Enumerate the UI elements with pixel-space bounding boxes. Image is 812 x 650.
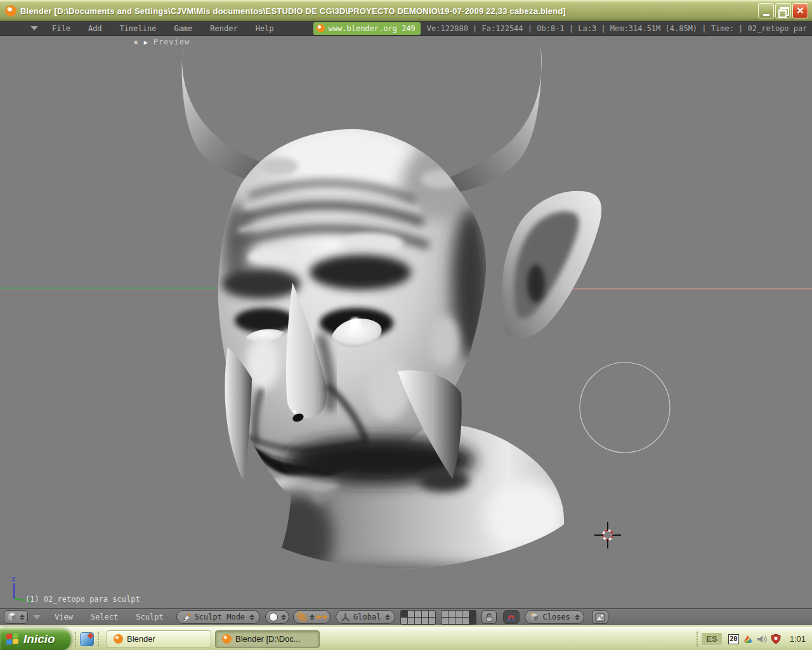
layer-cell[interactable] <box>415 618 421 624</box>
snap-mode-stepper[interactable] <box>575 614 580 620</box>
axis-tripod-icon <box>341 613 350 622</box>
volume-tray-icon[interactable] <box>757 634 768 644</box>
task-button-blender-active[interactable]: Blender [D:\Doc... <box>215 630 320 648</box>
window-title: Blender [D:\Documents and Settings\CJVM\… <box>20 6 758 16</box>
editor-type-cube-icon <box>7 612 17 622</box>
layer-cell[interactable] <box>462 611 469 617</box>
layer-cell[interactable] <box>442 611 448 617</box>
mode-label: Sculpt Mode <box>193 613 247 621</box>
pivot-dropdown[interactable] <box>293 610 331 624</box>
layer-buttons-group-2[interactable] <box>441 610 476 625</box>
layer-cell[interactable] <box>401 611 407 617</box>
layer-cell[interactable] <box>422 611 428 617</box>
draw-type-dropdown[interactable] <box>265 610 289 624</box>
lock-icon <box>485 613 494 622</box>
tray-separator[interactable] <box>697 632 698 647</box>
menu-sculpt[interactable]: Sculpt <box>127 613 172 621</box>
pivot-stepper[interactable] <box>310 614 315 620</box>
3d-viewport-scene[interactable] <box>0 36 812 608</box>
layer-cell[interactable] <box>422 618 428 624</box>
restore-button[interactable] <box>775 3 791 18</box>
pivot-icon <box>296 612 307 622</box>
taskbar-clock: 1:01 <box>790 634 806 644</box>
start-button[interactable]: Inicio <box>0 628 71 650</box>
snap-mode-label: Closes <box>540 613 572 621</box>
taskbar-separator[interactable] <box>75 632 76 647</box>
snap-mode-dropdown[interactable]: Closes <box>525 610 584 624</box>
xp-taskbar: Inicio Blender Blender [D:\Doc... ES 20 <box>0 627 812 650</box>
3d-viewport[interactable]: Preview z y (1) 02_retopo para sculpt <box>0 36 812 608</box>
windows-logo-icon <box>6 632 19 645</box>
draw-type-stepper[interactable] <box>281 614 286 620</box>
menu-game[interactable]: Game <box>165 24 201 33</box>
security-shield-tray-icon[interactable] <box>771 633 781 644</box>
layer-cell[interactable] <box>408 611 414 617</box>
menu-help[interactable]: Help <box>247 24 283 33</box>
snap-target-cube-icon <box>529 612 539 622</box>
menu-collapse-icon[interactable] <box>30 26 38 30</box>
vertex-dot <box>293 411 296 414</box>
system-tray: ES 20 1:01 <box>693 628 812 650</box>
editor-type-stepper[interactable] <box>20 614 25 620</box>
layer-buttons-group-1[interactable] <box>400 610 436 625</box>
menu-add[interactable]: Add <box>79 24 111 33</box>
lock-layers-button[interactable] <box>481 610 497 624</box>
layer-cell[interactable] <box>415 611 421 617</box>
start-label: Inicio <box>23 632 55 646</box>
menu-select[interactable]: Select <box>82 613 127 621</box>
layer-cell[interactable] <box>469 618 476 624</box>
layer-cell[interactable] <box>455 618 462 624</box>
editor-type-button[interactable] <box>4 610 28 624</box>
layer-cell[interactable] <box>469 611 476 617</box>
layer-cell[interactable] <box>429 618 435 624</box>
orientation-label: Global <box>351 613 383 621</box>
mode-dropdown[interactable]: Sculpt Mode <box>176 610 260 624</box>
menu-timeline[interactable]: Timeline <box>111 24 166 33</box>
task-button-blender[interactable]: Blender <box>107 630 211 648</box>
menu-render[interactable]: Render <box>201 24 246 33</box>
preview-label: Preview <box>154 37 190 46</box>
mode-stepper[interactable] <box>249 614 254 620</box>
quick-launch-icon[interactable] <box>80 632 94 646</box>
layer-cell[interactable] <box>401 618 407 624</box>
blender-logo-icon <box>317 24 325 32</box>
snap-toggle-button[interactable] <box>503 610 520 624</box>
graphics-tray-icon[interactable] <box>742 633 754 644</box>
blender-version-badge[interactable]: www.blender.org 249 <box>313 22 421 35</box>
axis-z-label: z <box>11 574 16 583</box>
language-indicator[interactable]: ES <box>702 633 721 645</box>
active-object-info: (1) 02_retopo para sculpt <box>25 595 140 604</box>
layer-cell[interactable] <box>429 611 435 617</box>
window-controls <box>758 3 808 18</box>
layer-cell[interactable] <box>455 611 462 617</box>
titlebar[interactable]: Blender [D:\Documents and Settings\CJVM\… <box>0 0 812 21</box>
layer-cell[interactable] <box>408 618 414 624</box>
menu-view[interactable]: View <box>46 613 82 621</box>
preview-close-icon[interactable] <box>134 37 138 46</box>
menu-file[interactable]: File <box>43 24 79 33</box>
blender-app-icon <box>5 5 16 17</box>
taskbar-separator[interactable] <box>98 632 99 647</box>
calendar-tray-icon[interactable]: 20 <box>728 634 739 644</box>
layer-cell[interactable] <box>449 618 455 624</box>
brush-icon <box>182 613 192 622</box>
render-image-icon <box>595 613 605 622</box>
close-button[interactable] <box>792 3 808 18</box>
preview-panel-header[interactable]: Preview <box>134 37 190 46</box>
header-collapse-icon[interactable] <box>33 615 41 620</box>
scene-stats: Ve:122880 | Fa:122544 | Ob:8-1 | La:3 | … <box>427 24 808 33</box>
preview-expand-icon[interactable] <box>144 37 148 46</box>
magnet-icon <box>506 612 516 622</box>
render-preview-button[interactable] <box>592 610 608 624</box>
blender-task-icon <box>114 634 123 644</box>
orientation-dropdown[interactable]: Global <box>336 610 395 624</box>
layer-cell[interactable] <box>462 618 469 624</box>
minimize-button[interactable] <box>758 3 774 18</box>
shading-sphere-icon <box>268 612 278 622</box>
layer-cell[interactable] <box>449 611 455 617</box>
blender-task-icon <box>222 634 232 644</box>
orientation-stepper[interactable] <box>385 614 390 620</box>
badge-label: www.blender.org 249 <box>329 24 416 33</box>
manipulator-icon[interactable] <box>316 613 327 621</box>
layer-cell[interactable] <box>442 618 448 624</box>
